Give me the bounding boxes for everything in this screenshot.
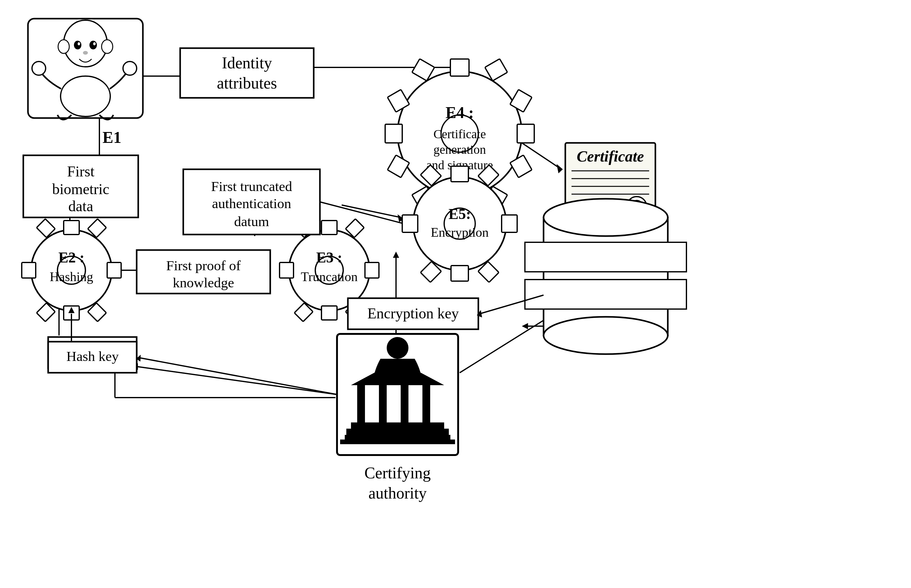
svg-point-44 xyxy=(83,51,88,55)
svg-rect-54 xyxy=(64,221,79,234)
svg-rect-137 xyxy=(357,385,365,422)
svg-text:Hashing: Hashing xyxy=(50,270,93,284)
svg-rect-72 xyxy=(279,262,294,278)
svg-text:E5:: E5: xyxy=(449,206,471,222)
svg-text:datum: datum xyxy=(234,214,269,229)
svg-rect-106 xyxy=(502,215,517,233)
svg-rect-56 xyxy=(107,262,121,278)
svg-rect-107 xyxy=(402,215,418,233)
svg-rect-86 xyxy=(451,59,469,76)
svg-text:E4 :: E4 : xyxy=(446,104,474,121)
hash-key-bottom-label: Hash key xyxy=(66,349,119,364)
svg-rect-69 xyxy=(321,221,337,234)
svg-point-43 xyxy=(93,42,96,45)
svg-text:authentication: authentication xyxy=(212,196,291,211)
svg-rect-144 xyxy=(345,435,451,439)
svg-rect-89 xyxy=(385,124,402,143)
svg-point-45 xyxy=(61,76,110,116)
svg-rect-138 xyxy=(379,385,387,422)
svg-rect-132 xyxy=(525,242,686,272)
svg-rect-57 xyxy=(22,262,36,278)
svg-point-39 xyxy=(102,40,113,53)
svg-rect-139 xyxy=(401,385,409,422)
certifying-authority-label: Certifying xyxy=(364,464,431,482)
svg-rect-140 xyxy=(422,385,430,422)
svg-text:biometric: biometric xyxy=(52,181,109,197)
svg-text:E3 :: E3 : xyxy=(316,249,342,266)
svg-point-128 xyxy=(544,199,668,236)
svg-point-46 xyxy=(32,61,46,75)
identity-attributes-label: Identity xyxy=(222,54,272,72)
svg-rect-142 xyxy=(346,429,449,435)
svg-text:Certificate: Certificate xyxy=(577,147,644,165)
svg-text:Encryption: Encryption xyxy=(431,225,489,239)
svg-text:authority: authority xyxy=(368,484,427,502)
svg-point-47 xyxy=(123,61,137,75)
svg-rect-88 xyxy=(517,124,534,143)
certifying-authority xyxy=(337,334,458,455)
svg-point-146 xyxy=(387,337,409,359)
svg-rect-104 xyxy=(451,166,468,182)
svg-text:Certificate: Certificate xyxy=(434,127,486,141)
svg-point-37 xyxy=(64,20,107,67)
svg-text:data: data xyxy=(68,198,93,214)
svg-rect-105 xyxy=(451,266,468,281)
svg-point-38 xyxy=(58,40,69,53)
svg-rect-133 xyxy=(525,279,686,309)
diagram-container: E1 xyxy=(0,0,911,588)
svg-point-42 xyxy=(78,42,80,45)
svg-text:E1: E1 xyxy=(102,129,121,146)
first-biometric-label: First xyxy=(67,163,95,179)
svg-text:generation: generation xyxy=(434,142,486,157)
svg-rect-71 xyxy=(365,262,379,278)
svg-text:attributes: attributes xyxy=(217,74,277,92)
svg-rect-70 xyxy=(321,306,337,320)
svg-rect-145 xyxy=(340,439,455,444)
first-truncated-label: First truncated xyxy=(211,179,292,194)
database-shape xyxy=(544,199,668,354)
svg-text:Truncation: Truncation xyxy=(301,270,358,284)
svg-point-40 xyxy=(74,41,81,49)
svg-text:E2 :: E2 : xyxy=(58,249,84,266)
svg-point-129 xyxy=(544,317,668,354)
svg-text:knowledge: knowledge xyxy=(173,275,234,291)
encryption-key-mid-label: Encryption key xyxy=(367,305,459,321)
first-proof-label: First proof of xyxy=(166,258,241,273)
svg-point-41 xyxy=(89,41,97,49)
